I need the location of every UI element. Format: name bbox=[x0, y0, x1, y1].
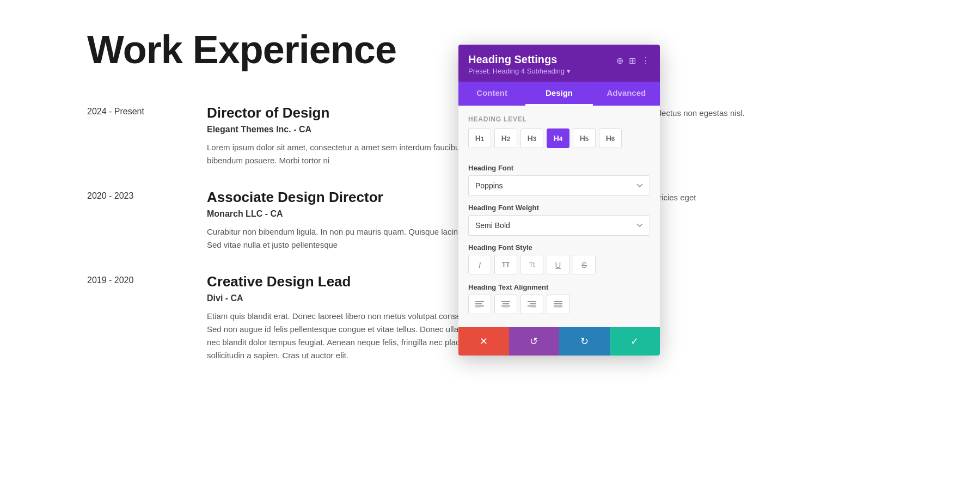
h3-button[interactable]: H3 bbox=[520, 128, 543, 148]
work-date: 2020 - 2023 bbox=[87, 189, 196, 201]
align-justify-button[interactable] bbox=[547, 295, 569, 314]
heading-font-style-label: Heading Font Style bbox=[468, 243, 650, 252]
h2-button[interactable]: H2 bbox=[494, 128, 517, 148]
align-left-button[interactable] bbox=[468, 295, 491, 314]
redo-button[interactable]: ↻ bbox=[559, 327, 610, 356]
cancel-button[interactable]: ✕ bbox=[458, 327, 509, 356]
heading-font-label: Heading Font bbox=[468, 164, 650, 172]
panel-body: Heading Level H1 H2 H3 H4 H5 H6 Heading … bbox=[458, 106, 660, 327]
more-icon[interactable]: ⋮ bbox=[641, 56, 650, 66]
settings-panel: Heading Settings Preset: Heading 4 Subhe… bbox=[458, 45, 660, 356]
undo-button[interactable]: ↺ bbox=[509, 327, 560, 356]
font-style-row: I TT Tt U S bbox=[468, 255, 650, 274]
heading-font-weight-select[interactable]: Semi Bold Regular Bold bbox=[468, 215, 650, 236]
target-icon[interactable]: ⊕ bbox=[616, 56, 623, 66]
heading-font-select[interactable]: Poppins Roboto Open Sans bbox=[468, 175, 650, 196]
h1-button[interactable]: H1 bbox=[468, 128, 491, 148]
panel-tabs: Content Design Advanced bbox=[458, 82, 660, 106]
align-center-button[interactable] bbox=[494, 295, 517, 314]
heading-level-row: H1 H2 H3 H4 H5 H6 bbox=[468, 128, 650, 148]
align-right-button[interactable] bbox=[520, 295, 543, 314]
italic-button[interactable]: I bbox=[468, 255, 491, 274]
heading-text-alignment-label: Heading Text Alignment bbox=[468, 283, 650, 291]
underline-button[interactable]: U bbox=[547, 255, 569, 274]
save-button[interactable]: ✓ bbox=[610, 327, 660, 356]
strikethrough-button[interactable]: S bbox=[573, 255, 596, 274]
panel-header: Heading Settings Preset: Heading 4 Subhe… bbox=[458, 45, 660, 82]
work-date: 2019 - 2020 bbox=[87, 273, 196, 285]
panel-title: Heading Settings bbox=[468, 53, 571, 66]
tab-advanced[interactable]: Advanced bbox=[593, 82, 660, 106]
columns-icon[interactable]: ⊞ bbox=[629, 56, 636, 66]
panel-header-icons: ⊕ ⊞ ⋮ bbox=[616, 53, 650, 66]
divider bbox=[468, 157, 650, 157]
h4-button[interactable]: H4 bbox=[547, 128, 569, 148]
align-row bbox=[468, 295, 650, 314]
capitalize-button[interactable]: Tt bbox=[520, 255, 543, 274]
panel-footer: ✕ ↺ ↻ ✓ bbox=[458, 327, 660, 356]
allcaps-button[interactable]: TT bbox=[494, 255, 517, 274]
heading-level-label: Heading Level bbox=[468, 115, 650, 123]
heading-font-weight-label: Heading Font Weight bbox=[468, 204, 650, 212]
panel-preset: Preset: Heading 4 Subheading ▾ bbox=[468, 67, 571, 75]
h5-button[interactable]: H5 bbox=[573, 128, 596, 148]
tab-content[interactable]: Content bbox=[458, 82, 525, 106]
tab-design[interactable]: Design bbox=[525, 82, 592, 106]
work-date: 2024 - Present bbox=[87, 105, 196, 117]
h6-button[interactable]: H6 bbox=[599, 128, 622, 148]
